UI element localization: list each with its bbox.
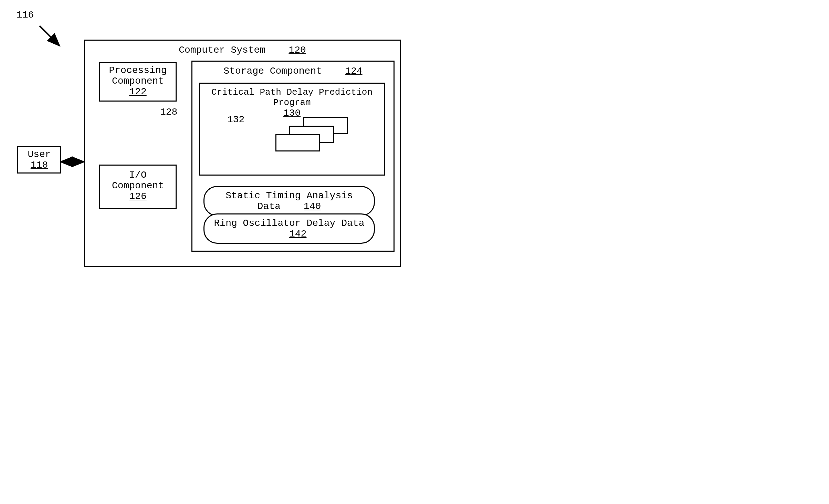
io-label-2: Component <box>100 180 176 191</box>
user-box: User 118 <box>17 146 61 174</box>
module-card-1 <box>275 134 320 151</box>
processing-label-2: Component <box>100 76 176 86</box>
ring-osc-pill: Ring Oscillator Delay Data 142 <box>203 213 375 244</box>
computer-system-label: Computer System <box>179 45 265 55</box>
ref-124: 124 <box>345 66 362 76</box>
ref-116: 116 <box>17 10 34 20</box>
storage-component-label: Storage Component <box>223 66 322 76</box>
io-component-box: I/O Component 126 <box>99 165 177 209</box>
ref-122: 122 <box>100 86 176 97</box>
program-label: Critical Path Delay Prediction Program <box>200 87 384 108</box>
processing-component-box: Processing Component 122 <box>99 62 177 102</box>
user-label: User <box>18 149 60 160</box>
static-timing-label: Static Timing Analysis Data <box>225 190 353 212</box>
processing-label-1: Processing <box>100 65 176 76</box>
io-label-1: I/O <box>100 170 176 180</box>
ref-140: 140 <box>304 201 321 212</box>
svg-line-2 <box>40 26 59 45</box>
ref-118: 118 <box>18 160 60 170</box>
ref-128: 128 <box>160 107 177 117</box>
storage-title-row: Storage Component 124 <box>192 66 393 76</box>
ref-120: 120 <box>288 45 306 55</box>
ref-132: 132 <box>227 114 244 125</box>
ring-osc-label: Ring Oscillator Delay Data <box>214 218 365 229</box>
computer-system-title-row: Computer System 120 <box>85 45 400 55</box>
ref-126: 126 <box>100 191 176 202</box>
static-timing-pill: Static Timing Analysis Data 140 <box>203 186 375 216</box>
ref-142: 142 <box>289 229 306 239</box>
